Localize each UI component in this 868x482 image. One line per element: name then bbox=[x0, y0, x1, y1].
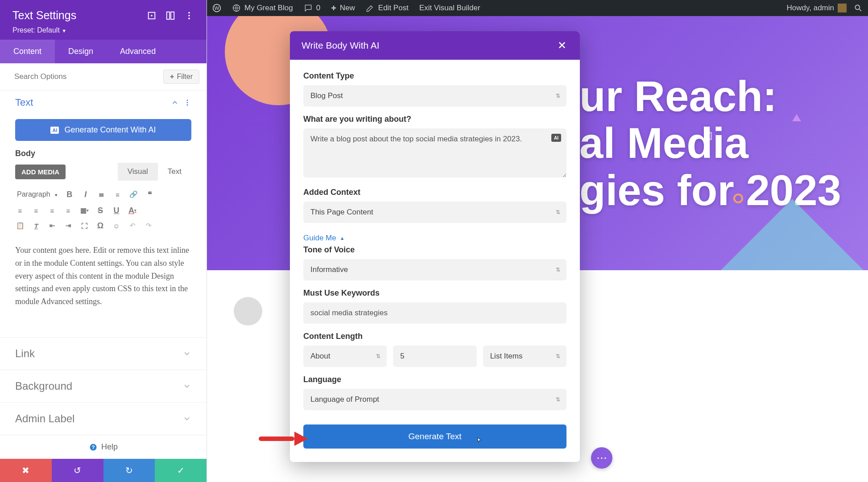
triangle-decoration bbox=[792, 114, 801, 121]
exit-builder-link[interactable]: Exit Visual Builder bbox=[419, 4, 480, 12]
language-select[interactable]: Language of Prompt bbox=[303, 389, 566, 410]
length-unit-select[interactable]: List Items bbox=[483, 346, 566, 367]
editor-body-content[interactable]: Your content goes here. Edit or remove t… bbox=[15, 238, 191, 314]
fab-more-button[interactable]: ⋯ bbox=[591, 447, 612, 469]
redo-icon[interactable]: ↷ bbox=[144, 221, 153, 231]
italic-icon[interactable]: I bbox=[81, 190, 91, 199]
svg-text:W: W bbox=[214, 5, 219, 11]
paragraph-select[interactable]: Paragraph bbox=[15, 189, 58, 200]
generate-text-button[interactable]: Generate Text bbox=[303, 424, 566, 449]
added-context-label: Added Context bbox=[303, 188, 566, 197]
clear-format-icon[interactable]: T bbox=[31, 221, 41, 231]
search-options-input[interactable] bbox=[7, 68, 163, 86]
tab-content[interactable]: Content bbox=[0, 40, 55, 63]
add-media-button[interactable]: ADD MEDIA bbox=[15, 165, 66, 179]
editor-text-tab[interactable]: Text bbox=[158, 163, 191, 181]
annotation-arrow bbox=[259, 433, 312, 444]
tab-design[interactable]: Design bbox=[55, 40, 107, 63]
undo-button[interactable]: ↺ bbox=[52, 459, 103, 482]
cursor-icon bbox=[475, 437, 483, 445]
focus-icon[interactable] bbox=[147, 11, 157, 21]
wp-logo[interactable]: W bbox=[212, 4, 221, 12]
align-left-icon[interactable]: ≡ bbox=[15, 206, 25, 215]
keywords-input[interactable]: social media strategies bbox=[303, 302, 566, 324]
chevron-up-icon bbox=[171, 99, 179, 107]
accordion-link[interactable]: Link bbox=[0, 337, 207, 370]
editor-toolbar: ADD MEDIA Visual Text Paragraph B I ≣ ≡ … bbox=[0, 163, 207, 233]
indent-icon[interactable]: ⇥ bbox=[63, 221, 73, 231]
paste-icon[interactable]: 📋 bbox=[15, 221, 25, 231]
cancel-button[interactable]: ✖ bbox=[0, 459, 52, 482]
tone-label: Tone of Voice bbox=[303, 245, 566, 255]
help-icon: ? bbox=[89, 443, 98, 452]
preset-selector[interactable]: Preset: Default ▼ bbox=[12, 26, 194, 34]
bold-icon[interactable]: B bbox=[65, 190, 74, 199]
settings-sidebar: Text Settings Preset: Default ▼ Content … bbox=[0, 0, 207, 482]
keywords-label: Must Use Keywords bbox=[303, 288, 566, 298]
tone-select[interactable]: Informative bbox=[303, 259, 566, 280]
new-link[interactable]: +New bbox=[331, 3, 355, 13]
hero-triangle-decoration bbox=[694, 199, 868, 270]
redo-button[interactable]: ↻ bbox=[103, 459, 155, 482]
guide-me-toggle[interactable]: Guide Me▲ bbox=[303, 234, 566, 243]
comments-link[interactable]: 0 bbox=[304, 4, 320, 12]
underline-icon[interactable]: U bbox=[112, 206, 121, 215]
number-list-icon[interactable]: ≡ bbox=[113, 190, 123, 199]
outdent-icon[interactable]: ⇤ bbox=[47, 221, 57, 231]
svg-point-5 bbox=[151, 15, 153, 16]
generate-content-ai-button[interactable]: AI Generate Content With AI bbox=[15, 119, 191, 141]
align-right-icon[interactable]: ≡ bbox=[47, 206, 57, 215]
kebab-icon[interactable] bbox=[183, 99, 191, 107]
site-name-link[interactable]: My Great Blog bbox=[232, 4, 293, 12]
language-label: Language bbox=[303, 375, 566, 384]
editor-visual-tab[interactable]: Visual bbox=[118, 163, 158, 181]
content-type-select[interactable]: Blog Post bbox=[303, 85, 566, 107]
emoji-icon[interactable]: ☺ bbox=[112, 221, 121, 231]
fullscreen-icon[interactable]: ⛶ bbox=[79, 221, 89, 231]
table-icon[interactable]: ▦▾ bbox=[79, 206, 89, 215]
help-link[interactable]: ? Help bbox=[0, 435, 207, 459]
search-icon[interactable] bbox=[854, 4, 863, 12]
ai-enhance-icon[interactable]: AI bbox=[551, 134, 561, 142]
writing-about-label: What are you writing about? bbox=[303, 115, 566, 124]
svg-point-12 bbox=[187, 102, 188, 103]
ring-decoration bbox=[733, 194, 743, 203]
align-justify-icon[interactable]: ≡ bbox=[63, 206, 73, 215]
svg-point-13 bbox=[187, 104, 188, 106]
accordion-background[interactable]: Background bbox=[0, 370, 207, 402]
added-context-select[interactable]: This Page Content bbox=[303, 202, 566, 223]
align-center-icon[interactable]: ≡ bbox=[31, 206, 41, 215]
howdy-user[interactable]: Howdy, admin bbox=[787, 4, 847, 12]
ai-modal: Write Body With AI ✕ Content Type Blog P… bbox=[290, 31, 580, 462]
sidebar-title: Text Settings bbox=[12, 9, 76, 22]
filter-button[interactable]: +Filter bbox=[163, 70, 199, 84]
omega-icon[interactable]: Ω bbox=[95, 221, 105, 231]
length-mode-select[interactable]: About bbox=[303, 346, 387, 367]
strike-icon[interactable]: S bbox=[95, 206, 105, 215]
layout-icon[interactable] bbox=[165, 11, 175, 21]
quote-icon[interactable]: ❝ bbox=[145, 190, 155, 199]
edit-post-link[interactable]: Edit Post bbox=[366, 4, 409, 12]
modal-close-button[interactable]: ✕ bbox=[556, 39, 568, 52]
tab-advanced[interactable]: Advanced bbox=[107, 40, 169, 63]
prompt-textarea[interactable] bbox=[303, 128, 566, 177]
svg-rect-7 bbox=[171, 12, 174, 19]
sidebar-footer: ✖ ↺ ↻ ✓ bbox=[0, 459, 207, 482]
body-field-label: Body bbox=[0, 149, 207, 158]
text-color-icon[interactable]: A▾ bbox=[128, 206, 137, 215]
sidebar-header: Text Settings Preset: Default ▼ bbox=[0, 0, 207, 40]
author-avatar bbox=[234, 297, 262, 325]
hero-title: ur Reach: al Media gies for 2023 bbox=[579, 73, 841, 214]
content-type-label: Content Type bbox=[303, 71, 566, 81]
undo-icon[interactable]: ↶ bbox=[128, 221, 137, 231]
bullet-list-icon[interactable]: ≣ bbox=[97, 190, 107, 199]
svg-point-8 bbox=[188, 12, 190, 13]
save-button[interactable]: ✓ bbox=[155, 459, 207, 482]
link-icon[interactable]: 🔗 bbox=[129, 190, 139, 199]
sidebar-tabs: Content Design Advanced bbox=[0, 40, 207, 63]
length-count-input[interactable] bbox=[393, 346, 476, 367]
accordion-admin-label[interactable]: Admin Label bbox=[0, 402, 207, 435]
wp-admin-bar: W My Great Blog 0 +New Edit Post Exit Vi… bbox=[207, 0, 868, 16]
kebab-icon[interactable] bbox=[184, 11, 194, 21]
section-text-toggle[interactable]: Text bbox=[15, 97, 191, 108]
